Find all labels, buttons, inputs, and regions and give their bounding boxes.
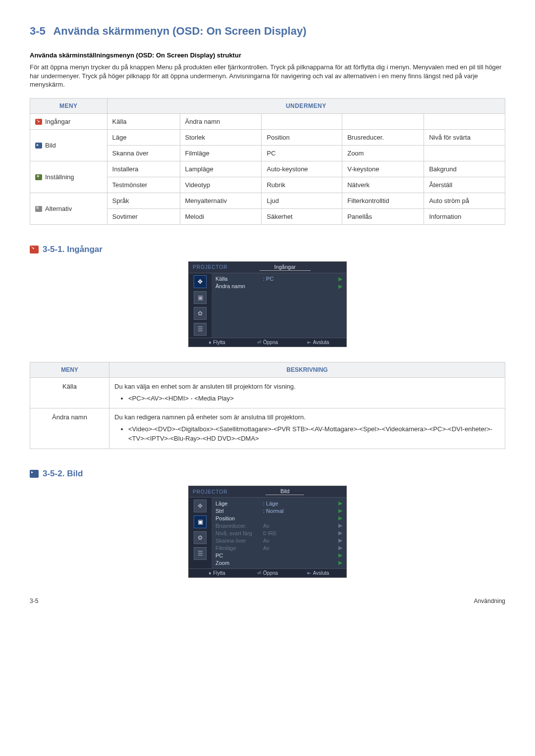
submenu-cell: Sovtimer <box>107 208 180 224</box>
chevron-right-icon: ▶ <box>338 276 342 282</box>
enter-icon: ⏎ <box>257 340 261 345</box>
menu-row-icon <box>35 119 42 125</box>
osd2-tab-setup-icon[interactable]: ✿ <box>194 531 207 544</box>
submenu-cell: Position <box>262 129 342 145</box>
osd2-footer: ♦Flytta ⏎Öppna ⇤Avsluta <box>189 568 346 577</box>
footer-right: Användning <box>474 598 505 605</box>
desc-body-cell: Du kan redigera namnen på enheter som är… <box>109 408 505 449</box>
osd1-footer-open: Öppna <box>263 340 278 345</box>
submenu-cell: Videotyp <box>180 177 262 193</box>
submenu-cell: Nätverk <box>342 177 424 193</box>
menu-structure-table: MENY UNDERMENY IngångarKällaÄndra namnBi… <box>30 98 505 225</box>
menu-row-label: Inställning <box>30 161 107 193</box>
picture-icon <box>30 470 39 478</box>
th-desc-menu: MENY <box>30 362 109 377</box>
osd-row-label: Ändra namn <box>215 283 260 289</box>
desc-bullet: <PC>-<AV>-<HDMI> - <Media Play> <box>128 394 500 403</box>
osd2-sidebar: ✥ ▣ ✿ ☰ <box>189 498 212 568</box>
osd-row[interactable]: FilmlägeAv▶ <box>215 544 342 552</box>
osd-row[interactable]: Zoom▶ <box>215 559 342 566</box>
osd-screenshot-inputs: PROJECTOR Ingångar ✥ ▣ ✿ ☰ Källa: PC▶Änd… <box>188 261 347 347</box>
intro-paragraph: För att öppna menyn trycker du på knappe… <box>30 63 505 89</box>
sec2-title: Bild <box>67 469 83 478</box>
submenu-cell: Storlek <box>180 129 262 145</box>
footer-left: 3-5 <box>30 598 38 605</box>
submenu-cell: Återställ <box>424 177 505 193</box>
osd-row-value: Av <box>260 523 338 529</box>
chevron-right-icon: ▶ <box>338 559 342 566</box>
osd-row-label: Skanna över <box>215 538 260 544</box>
th-submenu: UNDERMENY <box>107 98 505 113</box>
submenu-cell <box>342 113 424 129</box>
osd-row[interactable]: Källa: PC▶ <box>215 275 342 283</box>
exit-icon: ⇤ <box>307 340 311 345</box>
osd-row[interactable]: Brusreducer.Av▶ <box>215 522 342 529</box>
osd1-tab-setup-icon[interactable]: ✿ <box>194 307 207 320</box>
osd-row[interactable]: Ändra namn▶ <box>215 283 342 290</box>
osd-row[interactable]: Strl: Normal▶ <box>215 507 342 514</box>
submenu-cell: Källa <box>107 113 180 129</box>
chevron-right-icon: ▶ <box>338 552 342 558</box>
submenu-cell: Menyalternativ <box>180 193 262 208</box>
submenu-cell: Testmönster <box>107 177 180 193</box>
submenu-cell: Brusreducer. <box>342 129 424 145</box>
sec1-number: 3-5-1. <box>43 245 64 254</box>
submenu-cell: Ändra namn <box>180 113 262 129</box>
osd-row-label: Nivå, svart färg <box>215 530 260 536</box>
submenu-cell: Nivå för svärta <box>424 129 505 145</box>
osd-row[interactable]: Skanna överAv▶ <box>215 537 342 544</box>
osd-row-label: Läge <box>215 501 260 506</box>
submenu-cell: Lampläge <box>180 161 262 177</box>
osd1-tab-inputs-icon[interactable]: ✥ <box>194 275 207 288</box>
desc-bullet: <Video>-<DVD>-<Digitalbox>-<Satellitmott… <box>128 425 500 444</box>
menu-row-label-text: Alternativ <box>45 205 72 212</box>
osd1-tab-option-icon[interactable]: ☰ <box>194 323 207 336</box>
chevron-right-icon: ▶ <box>338 507 342 514</box>
section-number: 3-5 <box>30 25 46 37</box>
submenu-cell: Filterkontrolltid <box>342 193 424 208</box>
chevron-right-icon: ▶ <box>338 515 342 521</box>
submenu-cell <box>424 145 505 161</box>
chevron-right-icon: ▶ <box>338 530 342 536</box>
submenu-cell: PC <box>262 145 342 161</box>
osd1-footer: ♦Flytta ⏎Öppna ⇤Avsluta <box>189 338 346 347</box>
intro-subheading: Använda skärminställningsmenyn (OSD: On … <box>30 51 505 59</box>
osd1-title: Ingångar <box>260 264 311 271</box>
menu-row-label: Ingångar <box>30 113 107 129</box>
osd2-tab-inputs-icon[interactable]: ✥ <box>194 500 207 512</box>
desc-menu-cell: Källa <box>30 377 109 408</box>
submenu-cell: Information <box>424 208 505 224</box>
osd2-title: Bild <box>266 488 304 495</box>
submenu-cell: Skanna över <box>107 145 180 161</box>
osd-row-value: Av <box>260 545 338 551</box>
osd1-tab-picture-icon[interactable]: ▣ <box>194 291 207 304</box>
osd2-tab-picture-icon[interactable]: ▣ <box>194 515 207 528</box>
osd1-sidebar: ✥ ▣ ✿ ☰ <box>189 273 212 338</box>
submenu-cell: Panellås <box>342 208 424 224</box>
subsection-2-heading: 3-5-2. Bild <box>30 469 505 479</box>
osd-screenshot-picture: PROJECTOR Bild ✥ ▣ ✿ ☰ Läge: Läge▶Strl: … <box>188 486 347 578</box>
osd-row[interactable]: Nivå, svart färg0 IRE▶ <box>215 529 342 537</box>
submenu-cell <box>424 113 505 129</box>
chevron-right-icon: ▶ <box>338 283 342 290</box>
sec1-title: Ingångar <box>67 245 103 254</box>
submenu-cell: Språk <box>107 193 180 208</box>
osd-row-value: : Normal <box>260 508 338 514</box>
osd1-footer-exit: Avsluta <box>313 340 329 345</box>
osd-row[interactable]: Läge: Läge▶ <box>215 500 342 507</box>
menu-row-icon <box>35 174 42 180</box>
osd-row[interactable]: PC▶ <box>215 552 342 559</box>
inputs-description-table: MENY BESKRIVNING KällaDu kan välja en en… <box>30 362 505 450</box>
move-icon: ♦ <box>209 570 211 576</box>
exit-icon: ⇤ <box>307 570 311 576</box>
osd2-footer-open: Öppna <box>263 570 278 576</box>
osd-row-label: Brusreducer. <box>215 523 260 529</box>
osd1-footer-move: Flytta <box>213 340 225 345</box>
osd-row[interactable]: Position▶ <box>215 514 342 522</box>
osd2-tab-option-icon[interactable]: ☰ <box>194 547 207 560</box>
osd2-footer-move: Flytta <box>213 570 225 576</box>
menu-row-icon <box>35 143 42 149</box>
chevron-right-icon: ▶ <box>338 500 342 506</box>
menu-row-label-text: Ingångar <box>45 118 70 125</box>
menu-row-label-text: Bild <box>45 142 56 149</box>
